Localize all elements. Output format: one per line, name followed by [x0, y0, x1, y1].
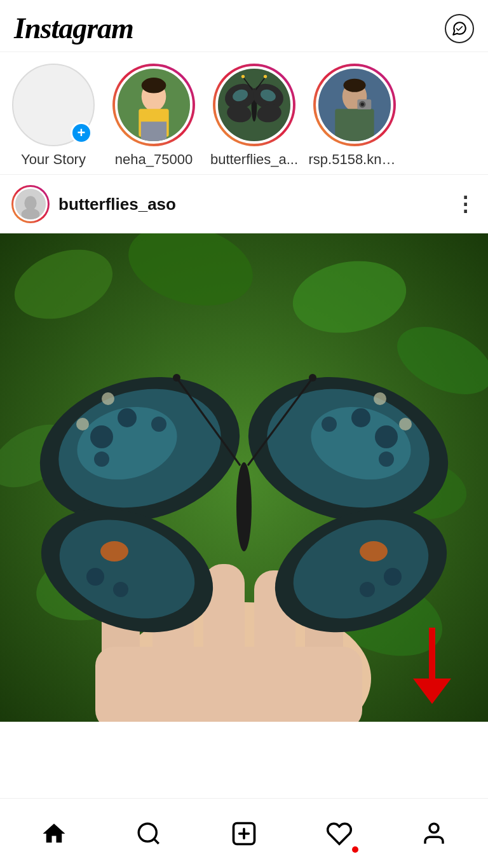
- svg-point-62: [379, 451, 394, 467]
- svg-point-67: [100, 541, 128, 561]
- svg-point-63: [399, 418, 412, 431]
- svg-point-25: [361, 102, 364, 106]
- svg-line-82: [154, 839, 159, 844]
- story-avatar-neha: [115, 66, 193, 144]
- search-icon: [135, 820, 162, 847]
- post-avatar-ring[interactable]: [11, 185, 50, 223]
- activity-nav-button[interactable]: [314, 808, 365, 859]
- svg-point-74: [360, 582, 375, 597]
- post-username[interactable]: butterflies_aso: [58, 195, 176, 214]
- bottom-navigation: [0, 798, 488, 868]
- home-nav-button[interactable]: [29, 808, 79, 859]
- svg-point-27: [24, 196, 36, 210]
- svg-point-68: [86, 568, 104, 586]
- notification-dot: [352, 846, 358, 853]
- svg-point-52: [151, 417, 166, 432]
- svg-point-86: [430, 823, 438, 832]
- post-header: butterflies_aso ⋮: [0, 175, 488, 233]
- app-logo: Instagram: [14, 11, 133, 45]
- stories-row: + Your Story neha_75000: [0, 52, 488, 175]
- svg-point-5: [142, 78, 166, 93]
- svg-point-16: [241, 75, 245, 78]
- svg-point-55: [102, 392, 114, 405]
- svg-point-61: [322, 417, 337, 432]
- story-item-neha[interactable]: neha_75000: [107, 64, 201, 168]
- svg-point-81: [139, 823, 157, 841]
- story-label-neha: neha_75000: [115, 151, 193, 168]
- story-avatar-butterflies: [215, 66, 293, 144]
- svg-point-51: [118, 408, 137, 427]
- story-label-butterflies: butterflies_a...: [210, 151, 298, 168]
- story-avatar-rsp: [316, 66, 393, 144]
- search-nav-button[interactable]: [123, 808, 174, 859]
- svg-point-22: [343, 79, 365, 92]
- svg-point-64: [374, 392, 386, 405]
- svg-rect-3: [141, 121, 166, 141]
- add-icon: [230, 820, 258, 848]
- post-image: [0, 233, 488, 722]
- story-avatar-ring-butterflies: [213, 64, 295, 146]
- story-item-rsp[interactable]: rsp.5158.knu...: [308, 64, 402, 168]
- your-story-label: Your Story: [21, 151, 86, 168]
- post-more-button[interactable]: ⋮: [455, 192, 477, 216]
- post-user-info: butterflies_aso: [11, 185, 176, 223]
- svg-point-73: [384, 568, 402, 586]
- add-post-nav-button[interactable]: [219, 808, 269, 859]
- svg-rect-20: [335, 109, 374, 141]
- svg-point-69: [113, 582, 128, 597]
- svg-point-17: [264, 75, 267, 78]
- story-item-your-story[interactable]: + Your Story: [6, 64, 100, 168]
- your-story-add-icon: +: [71, 122, 92, 144]
- story-item-butterflies[interactable]: butterflies_a...: [207, 64, 301, 168]
- app-header: Instagram: [0, 0, 488, 52]
- svg-point-77: [173, 374, 180, 382]
- svg-point-46: [236, 462, 252, 551]
- svg-point-50: [90, 425, 113, 448]
- profile-nav-button[interactable]: [409, 808, 459, 859]
- home-icon: [41, 820, 67, 847]
- svg-point-78: [309, 374, 316, 382]
- svg-rect-45: [95, 647, 362, 722]
- story-avatar-ring-neha: [112, 64, 195, 146]
- svg-point-54: [76, 418, 89, 431]
- story-label-rsp: rsp.5158.knu...: [309, 151, 401, 168]
- messenger-button[interactable]: [445, 14, 474, 43]
- story-avatar-ring-rsp: [313, 64, 396, 146]
- svg-point-53: [94, 451, 109, 467]
- heart-icon: [326, 820, 353, 847]
- post-avatar: [13, 187, 48, 221]
- profile-icon: [421, 820, 447, 847]
- svg-point-59: [375, 425, 398, 448]
- svg-point-72: [360, 541, 388, 561]
- svg-point-60: [351, 408, 370, 427]
